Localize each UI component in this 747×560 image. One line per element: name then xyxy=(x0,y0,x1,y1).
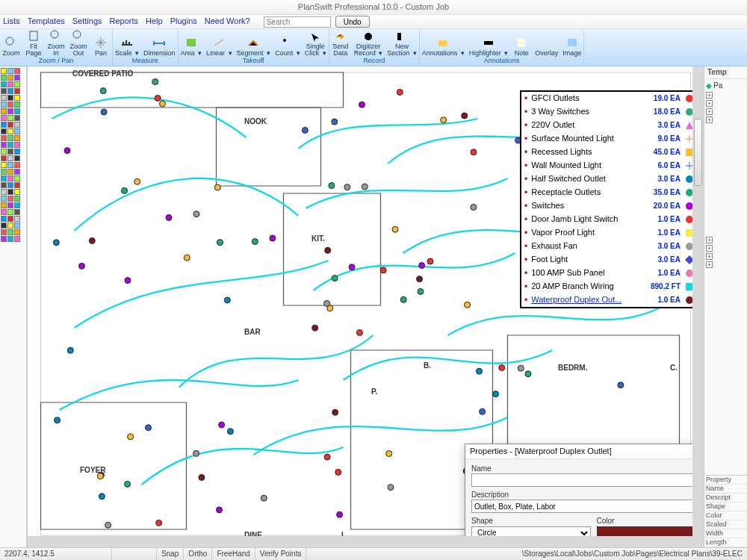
palette-swatch[interactable] xyxy=(7,209,13,215)
menu-plugins[interactable]: Plugins xyxy=(170,16,197,26)
palette-swatch[interactable] xyxy=(7,175,13,181)
palette-swatch[interactable] xyxy=(14,169,20,175)
status-toggle-ortho[interactable]: Ortho xyxy=(184,548,212,560)
legend-item[interactable]: • GFCI Outlets 19.0 EA xyxy=(521,92,698,105)
palette-swatch[interactable] xyxy=(14,162,20,168)
vertical-scrollbar[interactable] xyxy=(692,66,704,536)
dimension-button[interactable]: Dimension xyxy=(141,30,178,57)
count-button[interactable]: Count ▾ xyxy=(273,30,303,57)
expand-icon[interactable]: + xyxy=(706,108,713,115)
menu-lists[interactable]: Lists xyxy=(3,16,20,26)
palette-swatch[interactable] xyxy=(7,216,13,222)
palette-swatch[interactable] xyxy=(7,128,13,134)
palette-swatch[interactable] xyxy=(7,162,13,168)
palette-swatch[interactable] xyxy=(7,122,13,128)
palette-swatch[interactable] xyxy=(7,196,13,202)
palette-swatch[interactable] xyxy=(14,155,20,161)
legend-item[interactable]: • Wall Mounted Light 6.0 EA xyxy=(521,159,698,172)
palette-swatch[interactable] xyxy=(14,223,20,228)
palette-swatch[interactable] xyxy=(14,88,20,94)
palette-swatch[interactable] xyxy=(14,81,20,87)
legend-item[interactable]: • 3 Way Switches 18.0 EA xyxy=(521,105,698,119)
legend-item[interactable]: • Recessed Lights 45.0 EA xyxy=(521,146,698,159)
palette-swatch[interactable] xyxy=(7,182,13,188)
palette-swatch[interactable] xyxy=(1,229,7,235)
palette-swatch[interactable] xyxy=(7,169,13,175)
palette-swatch[interactable] xyxy=(1,75,7,81)
palette-swatch[interactable] xyxy=(14,216,20,222)
legend-item[interactable]: • Half Switched Outlet 3.0 EA xyxy=(521,172,698,186)
scale-button[interactable]: Scale ▾ xyxy=(113,30,141,57)
pan-button[interactable]: Pan xyxy=(90,30,112,57)
zoom-button[interactable]: Zoom xyxy=(0,30,22,57)
palette-swatch[interactable] xyxy=(1,189,7,195)
note-button[interactable]: Note xyxy=(510,30,533,57)
legend-item[interactable]: • 20 AMP Branch Wiring 890.2 FT xyxy=(521,280,698,293)
palette-swatch[interactable] xyxy=(1,102,7,108)
templates-tree[interactable]: ◆Pa + + + + + + + + xyxy=(704,79,747,475)
palette-swatch[interactable] xyxy=(14,142,20,148)
palette-swatch[interactable] xyxy=(14,229,20,235)
search-input[interactable] xyxy=(264,16,331,28)
segment-button[interactable]: Segment ▾ xyxy=(235,30,273,57)
palette-swatch[interactable] xyxy=(7,149,13,155)
legend-item[interactable]: • Foot Light 3.0 EA xyxy=(521,253,698,267)
legend-item[interactable]: • 220V Outlet 3.0 EA xyxy=(521,119,698,132)
palette-swatch[interactable] xyxy=(14,108,20,114)
palette-swatch[interactable] xyxy=(14,196,20,202)
palette-swatch[interactable] xyxy=(7,81,13,87)
palette-swatch[interactable] xyxy=(7,75,13,81)
status-toggle-snap[interactable]: Snap xyxy=(157,548,184,560)
expand-icon[interactable]: + xyxy=(706,100,713,107)
palette-swatch[interactable] xyxy=(1,175,7,181)
status-toggle-freehand[interactable]: FreeHand xyxy=(212,548,255,560)
status-toggle-verifypoints[interactable]: Verify Points xyxy=(255,548,307,560)
palette-swatch[interactable] xyxy=(1,81,7,87)
palette-swatch[interactable] xyxy=(1,182,7,188)
palette-swatch[interactable] xyxy=(1,236,7,242)
palette-swatch[interactable] xyxy=(7,229,13,235)
palette-swatch[interactable] xyxy=(1,155,7,161)
send-button[interactable]: Send Data xyxy=(329,30,352,57)
linear-button[interactable]: Linear ▾ xyxy=(204,30,235,57)
palette-swatch[interactable] xyxy=(7,155,13,161)
palette-swatch[interactable] xyxy=(1,115,7,121)
horizontal-scrollbar[interactable] xyxy=(28,536,692,547)
expand-icon[interactable]: + xyxy=(706,92,713,99)
legend-item[interactable]: • Door Jamb Light Switch 1.0 EA xyxy=(521,213,698,226)
drawing-canvas[interactable]: COVERED PATIO NOOK KIT. BAR B. P. BEDRM.… xyxy=(27,66,704,547)
image-button[interactable]: Image xyxy=(560,30,583,57)
palette-swatch[interactable] xyxy=(14,75,20,81)
expand-icon[interactable]: + xyxy=(706,253,713,260)
name-field[interactable] xyxy=(471,473,700,487)
legend-item[interactable]: • Surface Mounted Light 9.0 EA xyxy=(521,132,698,146)
single-button[interactable]: Single Click ▾ xyxy=(303,30,329,57)
overlay-button[interactable]: Overlay xyxy=(533,30,560,57)
palette-swatch[interactable] xyxy=(1,135,7,141)
palette-swatch[interactable] xyxy=(1,202,7,208)
menu-needwork[interactable]: Need Work? xyxy=(205,16,250,26)
palette-swatch[interactable] xyxy=(14,95,20,101)
palette-swatch[interactable] xyxy=(7,102,13,108)
newsection-button[interactable]: New Section ▾ xyxy=(385,30,419,57)
palette-swatch[interactable] xyxy=(1,162,7,168)
palette-swatch[interactable] xyxy=(14,122,20,128)
highlighter-button[interactable]: Highlighter ▾ xyxy=(467,30,511,57)
zoomout-button[interactable]: Zoom Out xyxy=(67,30,90,57)
palette-swatch[interactable] xyxy=(1,223,7,228)
property-grid[interactable]: PropertyNameDescriptShapeColorScaledWidt… xyxy=(704,475,747,547)
area-button[interactable]: Area ▾ xyxy=(179,30,205,57)
menu-help[interactable]: Help xyxy=(146,16,163,26)
palette-swatch[interactable] xyxy=(7,135,13,141)
palette-swatch[interactable] xyxy=(14,175,20,181)
annotations-button[interactable]: Annotations ▾ xyxy=(420,30,467,57)
legend-item[interactable]: • Waterproof Duplex Out... 1.0 EA xyxy=(521,293,698,307)
menu-reports[interactable]: Reports xyxy=(110,16,139,26)
palette-swatch[interactable] xyxy=(14,189,20,195)
palette-swatch[interactable] xyxy=(14,68,20,74)
palette-swatch[interactable] xyxy=(7,236,13,242)
properties-dialog[interactable]: Properties - [Waterproof Duplex Outlet] … xyxy=(465,444,704,547)
palette-swatch[interactable] xyxy=(1,196,7,202)
palette-swatch[interactable] xyxy=(14,182,20,188)
legend-item[interactable]: • Receptacle Outlets 35.0 EA xyxy=(521,186,698,199)
